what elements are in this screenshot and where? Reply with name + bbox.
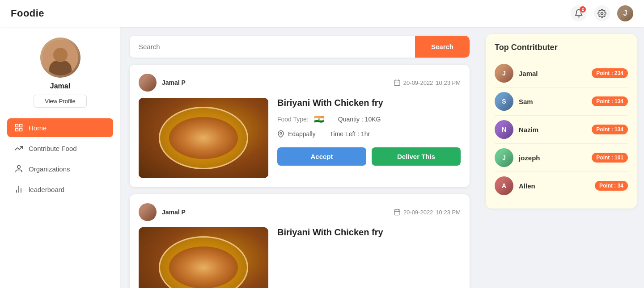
card-food-details-2: Biriyani With Chicken fry [277, 227, 461, 288]
sidebar-navigation: Home Contribute Food Organizations [7, 118, 113, 199]
leaderboard-item-2: N Nazim Point : 134 [495, 116, 628, 144]
lb-avatar-1: S [495, 92, 513, 111]
lb-name-0: Jamal [519, 70, 586, 77]
accept-button-1[interactable]: Accept [277, 147, 366, 166]
svg-point-0 [601, 13, 603, 15]
sidebar-item-organizations-label: Organizations [29, 165, 70, 173]
card-datetime-2: 20-09-2022 10:23 PM [394, 209, 461, 216]
food-time-left-item: Time Left : 1hr [330, 130, 370, 138]
card-user-name-1: Jamal P [162, 79, 186, 86]
sidebar-username: Jamal [50, 82, 70, 90]
food-card-1: Jamal P 20-09-2022 10:23 PM [130, 65, 470, 187]
card-actions-1: Accept Deliver This [277, 147, 461, 166]
food-card-2: Jamal P 20-09-2022 10:23 PM [130, 194, 470, 288]
lb-avatar-2: N [495, 120, 513, 139]
svg-rect-9 [394, 80, 400, 86]
lb-avatar-3: J [495, 148, 513, 167]
card-food-meta-2: Edappally Time Left : 1hr [277, 130, 461, 138]
lb-name-1: Sam [519, 98, 586, 105]
svg-point-13 [280, 133, 282, 134]
sidebar-item-home-label: Home [29, 124, 47, 132]
sidebar-item-contribute-food[interactable]: Contribute Food [7, 139, 113, 158]
svg-rect-3 [20, 129, 22, 131]
sidebar: Jamal View Profile Home Contribute Food [0, 27, 121, 288]
card-food-image-1 [139, 98, 268, 178]
sidebar-item-home[interactable]: Home [7, 118, 113, 137]
card-body-2: Biriyani With Chicken fry [139, 227, 461, 288]
lb-name-2: Nazim [519, 126, 586, 134]
card-header-1: Jamal P 20-09-2022 10:23 PM [139, 74, 461, 92]
svg-point-5 [17, 166, 21, 169]
lb-points-3: Point : 101 [592, 153, 628, 163]
lb-points-1: Point : 134 [592, 96, 628, 106]
card-food-title-2: Biriyani With Chicken fry [277, 227, 461, 238]
leaderboard-card: Top Contritbuter J Jamal Point : 234 S S… [486, 34, 637, 209]
user-avatar-nav[interactable]: J [617, 5, 633, 21]
leaderboard-item-4: A Allen Point : 34 [495, 172, 628, 200]
sidebar-item-leaderboard[interactable]: leaderboard [7, 180, 113, 199]
main-layout: Jamal View Profile Home Contribute Food [0, 27, 644, 288]
lb-points-4: Point : 34 [595, 181, 628, 191]
food-location-label: Edappally [288, 130, 316, 138]
settings-button[interactable] [594, 5, 610, 21]
notification-badge: 2 [580, 6, 586, 13]
food-type-flag: 🇮🇳 [314, 114, 324, 124]
search-input[interactable] [130, 36, 415, 58]
sidebar-item-organizations[interactable]: Organizations [7, 159, 113, 178]
card-food-details-1: Biriyani With Chicken fry Food Type: 🇮🇳 … [277, 98, 461, 178]
svg-rect-1 [16, 125, 18, 127]
leaderboard-title: Top Contritbuter [495, 43, 628, 52]
food-type-label: Food Type: [277, 116, 309, 123]
food-quantity-label: Quantiy : 10KG [338, 116, 381, 123]
card-date-2: 20-09-2022 [403, 209, 433, 216]
content-area: Search Jamal P 20-09-2022 10 [121, 27, 479, 288]
leaderboard-item-0: J Jamal Point : 234 [495, 59, 628, 88]
deliver-button-1[interactable]: Deliver This [372, 147, 461, 166]
card-body-1: Biriyani With Chicken fry Food Type: 🇮🇳 … [139, 98, 461, 178]
lb-points-0: Point : 234 [592, 68, 628, 78]
sidebar-item-leaderboard-label: leaderboard [29, 186, 64, 193]
svg-rect-2 [20, 125, 22, 127]
card-user-name-2: Jamal P [162, 209, 186, 216]
card-time-1: 10:23 PM [436, 79, 461, 86]
notification-button[interactable]: 2 [571, 5, 587, 21]
food-quantity-item: Quantiy : 10KG [338, 114, 381, 124]
card-user-avatar-1 [139, 74, 157, 92]
sidebar-item-contribute-food-label: Contribute Food [29, 145, 77, 152]
lb-points-2: Point : 134 [592, 125, 628, 134]
right-panel: Top Contritbuter J Jamal Point : 234 S S… [479, 27, 644, 288]
food-location-item: Edappally [277, 130, 316, 138]
app-logo: Foodie [11, 8, 44, 19]
nav-icons: 2 J [571, 5, 633, 21]
leaderboard-item-3: J jozeph Point : 101 [495, 144, 628, 172]
search-bar-container: Search [130, 36, 470, 58]
lb-name-4: Allen [519, 182, 589, 190]
lb-name-3: jozeph [519, 154, 586, 162]
lb-avatar-0: J [495, 64, 513, 83]
card-food-image-2 [139, 227, 268, 288]
card-time-2: 10:23 PM [436, 209, 461, 216]
food-type-item: Food Type: 🇮🇳 [277, 114, 324, 124]
food-time-left-label: Time Left : 1hr [330, 130, 370, 138]
leaderboard-item-1: S Sam Point : 134 [495, 88, 628, 116]
search-button[interactable]: Search [415, 36, 470, 58]
card-user-avatar-2 [139, 203, 157, 221]
card-date-1: 20-09-2022 [403, 79, 433, 86]
view-profile-button[interactable]: View Profile [34, 95, 86, 108]
svg-rect-14 [394, 210, 400, 215]
svg-rect-4 [16, 129, 18, 131]
card-food-meta-1: Food Type: 🇮🇳 Quantiy : 10KG [277, 114, 461, 124]
lb-avatar-4: A [495, 176, 513, 195]
card-food-title-1: Biriyani With Chicken fry [277, 98, 461, 108]
card-datetime-1: 20-09-2022 10:23 PM [394, 79, 461, 86]
card-header-2: Jamal P 20-09-2022 10:23 PM [139, 203, 461, 221]
sidebar-avatar [40, 38, 80, 78]
top-nav: Foodie 2 J [0, 0, 644, 27]
